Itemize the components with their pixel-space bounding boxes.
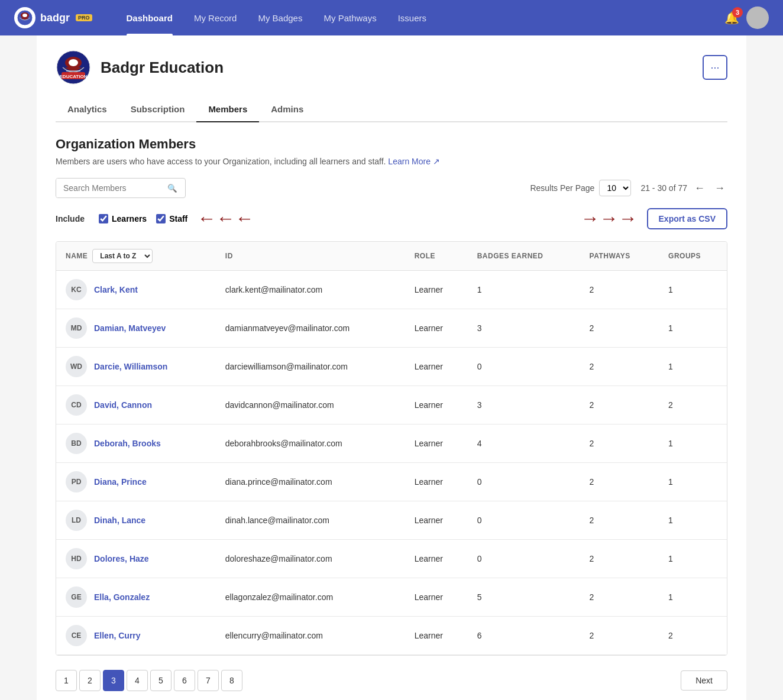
member-email: ellagonzalez@mailinator.com: [216, 578, 405, 617]
member-badges: 0: [468, 540, 580, 578]
member-name-link[interactable]: Dinah, Lance: [94, 516, 145, 525]
pagination-info: 21 - 30 of 77 ← →: [640, 181, 727, 196]
nav-my-record[interactable]: My Record: [183, 0, 248, 35]
tab-subscription[interactable]: Subscription: [119, 97, 197, 121]
learners-checkbox[interactable]: [99, 214, 108, 223]
column-name: NAME Last A to Z Last Z to A First A to …: [56, 242, 216, 271]
nav-links: Dashboard My Record My Badges My Pathway…: [116, 0, 724, 35]
logo[interactable]: badgr PRO: [14, 7, 92, 28]
member-name-link[interactable]: David, Cannon: [94, 400, 152, 410]
user-avatar[interactable]: [746, 7, 769, 29]
tab-admins[interactable]: Admins: [259, 97, 315, 121]
next-page-button[interactable]: →: [712, 181, 727, 196]
member-name-link[interactable]: Deborah, Brooks: [94, 439, 161, 448]
page-6-button[interactable]: 6: [174, 670, 195, 691]
nav-my-pathways[interactable]: My Pathways: [313, 0, 387, 35]
search-button[interactable]: 🔍: [163, 179, 182, 197]
svg-text:EDUCATION: EDUCATION: [60, 74, 88, 79]
page-2-button[interactable]: 2: [79, 670, 101, 691]
tab-analytics[interactable]: Analytics: [56, 97, 119, 121]
member-avatar: HD: [66, 548, 87, 569]
nav-my-badges[interactable]: My Badges: [247, 0, 313, 35]
staff-filter[interactable]: Staff: [156, 214, 187, 223]
member-name-link[interactable]: Darcie, Williamson: [94, 362, 167, 371]
members-table: NAME Last A to Z Last Z to A First A to …: [56, 241, 727, 656]
page-numbers: 12345678: [56, 670, 242, 691]
page-5-button[interactable]: 5: [150, 670, 172, 691]
name-sort-select[interactable]: Last A to Z Last Z to A First A to Z Fir…: [92, 249, 153, 263]
more-options-button[interactable]: ···: [703, 55, 727, 80]
member-pathways: 2: [580, 309, 659, 348]
svg-point-2: [22, 14, 27, 17]
page-7-button[interactable]: 7: [198, 670, 219, 691]
member-name-link[interactable]: Clark, Kent: [94, 285, 138, 294]
member-avatar: LD: [66, 510, 87, 531]
nav-right: 🔔 3: [724, 7, 769, 29]
member-email: clark.kent@mailinator.com: [216, 271, 405, 309]
member-groups: 1: [659, 309, 727, 348]
member-email: davidcannon@mailinator.com: [216, 386, 405, 424]
member-email: darciewilliamson@mailinator.com: [216, 348, 405, 386]
member-email: ellencurry@mailinator.com: [216, 617, 405, 655]
column-role: ROLE: [405, 242, 468, 271]
learn-more-link[interactable]: Learn More ↗: [388, 157, 439, 166]
member-name-link[interactable]: Diana, Prince: [94, 477, 147, 487]
member-name-cell: MD Damian, Matveyev: [56, 309, 216, 348]
member-name-cell: GE Ella, Gonzalez: [56, 578, 216, 617]
member-badges: 6: [468, 617, 580, 655]
logo-icon: [14, 7, 35, 28]
search-box: 🔍: [56, 178, 186, 198]
member-pathways: 2: [580, 386, 659, 424]
member-pathways: 2: [580, 540, 659, 578]
member-groups: 1: [659, 463, 727, 501]
member-avatar: KC: [66, 279, 87, 300]
filter-row: Include Learners Staff ←←← →→→ Export as…: [56, 208, 727, 229]
table-body: KC Clark, Kent clark.kent@mailinator.com…: [56, 271, 727, 655]
member-groups: 1: [659, 424, 727, 463]
member-groups: 2: [659, 386, 727, 424]
column-badges: BADGES EARNED: [468, 242, 580, 271]
results-per-page-select[interactable]: 10 25 50: [599, 180, 631, 196]
results-per-page: Results Per Page 10 25 50: [530, 180, 631, 196]
member-name-cell: HD Dolores, Haze: [56, 540, 216, 578]
notification-bell[interactable]: 🔔 3: [724, 11, 739, 25]
export-csv-button[interactable]: Export as CSV: [647, 208, 727, 229]
include-filters: Include Learners Staff: [56, 214, 187, 223]
member-email: deborahbrooks@mailinator.com: [216, 424, 405, 463]
member-name-link[interactable]: Ellen, Curry: [94, 631, 141, 640]
member-role: Learner: [405, 309, 468, 348]
table-header-row: NAME Last A to Z Last Z to A First A to …: [56, 242, 727, 271]
member-name-link[interactable]: Ella, Gonzalez: [94, 592, 150, 602]
member-name-cell: PD Diana, Prince: [56, 463, 216, 501]
staff-checkbox[interactable]: [156, 214, 166, 223]
org-title-group: EDUCATION Badgr Education: [56, 50, 224, 85]
member-name-cell: BD Deborah, Brooks: [56, 424, 216, 463]
column-pathways: PATHWAYS: [580, 242, 659, 271]
member-pathways: 2: [580, 463, 659, 501]
member-role: Learner: [405, 578, 468, 617]
table-row: WD Darcie, Williamson darciewilliamson@m…: [56, 348, 727, 386]
prev-page-button[interactable]: ←: [692, 181, 707, 196]
nav-issuers[interactable]: Issuers: [387, 0, 437, 35]
section-title: Organization Members: [56, 137, 727, 152]
column-groups: GROUPS: [659, 242, 727, 271]
external-link-icon: ↗: [433, 157, 440, 166]
page-4-button[interactable]: 4: [127, 670, 148, 691]
tab-members[interactable]: Members: [196, 97, 259, 121]
search-input[interactable]: [56, 179, 163, 197]
org-logo: EDUCATION: [56, 50, 91, 85]
next-button[interactable]: Next: [681, 670, 727, 691]
member-role: Learner: [405, 424, 468, 463]
member-email: dinah.lance@mailinator.com: [216, 501, 405, 540]
page-8-button[interactable]: 8: [221, 670, 242, 691]
learners-filter[interactable]: Learners: [99, 214, 147, 223]
page-1-button[interactable]: 1: [56, 670, 77, 691]
member-name-link[interactable]: Damian, Matveyev: [94, 323, 166, 333]
member-name-link[interactable]: Dolores, Haze: [94, 554, 149, 563]
member-role: Learner: [405, 501, 468, 540]
page-3-button[interactable]: 3: [103, 670, 124, 691]
table-row: BD Deborah, Brooks deborahbrooks@mailina…: [56, 424, 727, 463]
controls-row: 🔍 Results Per Page 10 25 50 21 - 30 of 7…: [56, 178, 727, 198]
member-avatar: WD: [66, 356, 87, 377]
nav-dashboard[interactable]: Dashboard: [116, 0, 183, 35]
